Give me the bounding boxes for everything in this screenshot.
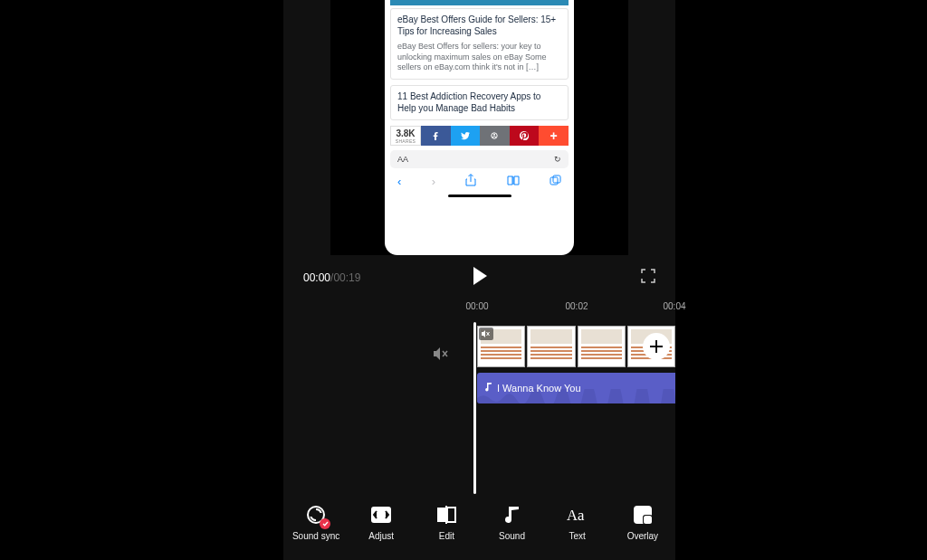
timeline-ruler[interactable]: 00:00 00:02 00:04 bbox=[473, 301, 675, 314]
header-stripe bbox=[390, 0, 569, 5]
ruler-tick: 00:02 bbox=[565, 301, 588, 311]
back-icon: ‹ bbox=[397, 175, 401, 188]
svg-rect-8 bbox=[445, 506, 447, 524]
text-button[interactable]: Aa Text bbox=[550, 504, 605, 541]
tool-label: Edit bbox=[439, 531, 454, 541]
sound-sync-button[interactable]: Sound sync bbox=[289, 504, 343, 541]
tabs-icon bbox=[550, 175, 561, 188]
video-preview[interactable]: eBay Best Offers Guide for Sellers: 15+ … bbox=[330, 0, 628, 255]
playhead[interactable] bbox=[473, 322, 476, 494]
refresh-icon: ↻ bbox=[554, 155, 561, 164]
overlay-icon bbox=[632, 504, 654, 526]
svg-point-1 bbox=[493, 134, 495, 136]
clip-thumbnail[interactable] bbox=[527, 326, 575, 367]
play-button[interactable] bbox=[472, 267, 488, 289]
sound-icon bbox=[502, 504, 523, 526]
share-count: 3.8K SHARES bbox=[390, 126, 421, 146]
share-icon bbox=[465, 174, 476, 189]
svg-rect-3 bbox=[553, 176, 560, 183]
tool-label: Overlay bbox=[627, 531, 658, 541]
article-title: 11 Best Addiction Recovery Apps to Help … bbox=[397, 91, 561, 114]
forward-icon: › bbox=[432, 175, 435, 188]
tool-label: Adjust bbox=[368, 531, 394, 541]
more-share-icon: + bbox=[539, 126, 569, 146]
time-display: 00:00/00:19 bbox=[303, 271, 360, 284]
ruler-tick: 00:04 bbox=[663, 301, 685, 311]
tool-label: Sound bbox=[499, 531, 525, 541]
bottom-toolbar: Sound sync Adjust Edit Sound Aa Text bbox=[283, 493, 675, 551]
svg-rect-6 bbox=[437, 508, 445, 522]
article-excerpt: eBay Best Offers for sellers: your key t… bbox=[397, 42, 561, 73]
safari-toolbar: ‹ › bbox=[385, 168, 574, 193]
facebook-icon bbox=[421, 126, 451, 146]
twitter-icon bbox=[451, 126, 481, 146]
sound-button[interactable]: Sound bbox=[485, 504, 540, 541]
adjust-icon bbox=[370, 504, 392, 526]
fullscreen-button[interactable] bbox=[641, 269, 655, 287]
svg-rect-7 bbox=[447, 508, 455, 522]
pinterest-icon bbox=[510, 126, 540, 146]
ruler-tick: 00:00 bbox=[465, 301, 488, 311]
svg-point-0 bbox=[492, 133, 497, 138]
text-icon: Aa bbox=[567, 504, 588, 526]
svg-text:Aa: Aa bbox=[567, 507, 585, 524]
current-time: 00:00 bbox=[303, 271, 330, 284]
svg-rect-12 bbox=[644, 516, 652, 524]
article-card-1: eBay Best Offers Guide for Sellers: 15+ … bbox=[390, 8, 569, 80]
editor-stage: eBay Best Offers Guide for Sellers: 15+ … bbox=[283, 0, 675, 560]
phone-mock: eBay Best Offers Guide for Sellers: 15+ … bbox=[385, 0, 574, 255]
share-bar: 3.8K SHARES + bbox=[390, 126, 569, 146]
share-generic-icon bbox=[480, 126, 510, 146]
svg-rect-2 bbox=[550, 177, 558, 185]
text-size-icon: AA bbox=[397, 155, 408, 164]
tool-label: Text bbox=[569, 531, 586, 541]
edit-button[interactable]: Edit bbox=[419, 504, 473, 541]
sound-sync-icon bbox=[305, 504, 327, 526]
clip-muted-icon bbox=[479, 327, 493, 340]
transport-bar: 00:00/00:19 bbox=[283, 264, 675, 291]
add-clip-button[interactable] bbox=[643, 333, 670, 360]
audio-clip-label: I Wanna Know You bbox=[497, 383, 581, 394]
audio-track[interactable]: I Wanna Know You bbox=[477, 373, 675, 403]
check-badge-icon bbox=[320, 518, 330, 529]
track-mute-button[interactable] bbox=[434, 347, 450, 363]
overlay-button[interactable]: Overlay bbox=[616, 504, 670, 541]
article-card-2: 11 Best Addiction Recovery Apps to Help … bbox=[390, 85, 569, 120]
bookmarks-icon bbox=[507, 175, 520, 188]
tool-label: Sound sync bbox=[292, 531, 339, 541]
adjust-button[interactable]: Adjust bbox=[354, 504, 408, 541]
duration: 00:19 bbox=[333, 271, 360, 284]
safari-url-bar: AA ↻ bbox=[390, 150, 569, 168]
clip-thumbnail[interactable] bbox=[578, 326, 626, 367]
home-indicator bbox=[448, 195, 511, 197]
article-title: eBay Best Offers Guide for Sellers: 15+ … bbox=[397, 14, 561, 37]
edit-icon bbox=[435, 504, 457, 526]
